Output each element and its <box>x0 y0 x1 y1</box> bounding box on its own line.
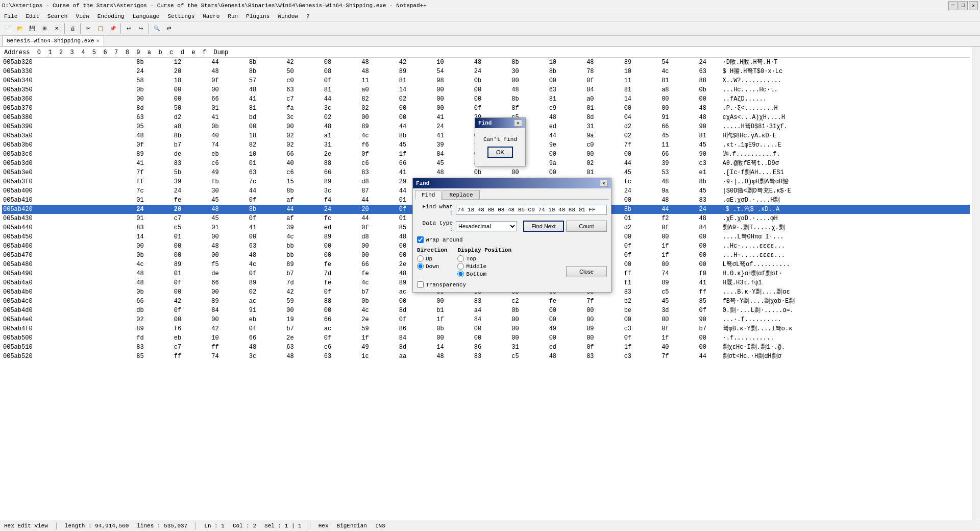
hex-cell[interactable]: 91 <box>647 113 684 122</box>
hex-cell[interactable]: 18 <box>159 76 196 85</box>
hex-cell[interactable]: 04 <box>609 113 646 122</box>
hex-cell[interactable]: c6 <box>272 168 309 177</box>
hex-cell[interactable]: 90 <box>684 150 721 159</box>
hex-cell[interactable]: 59 <box>347 324 384 333</box>
hex-cell[interactable]: 8b <box>234 67 271 76</box>
hex-cell[interactable]: 00 <box>684 94 721 104</box>
hex-cell[interactable]: bd <box>234 113 271 122</box>
hex-cell[interactable]: 83 <box>121 343 159 352</box>
hex-cell[interactable]: af <box>272 214 309 223</box>
hex-cell[interactable]: fe <box>309 260 346 269</box>
hex-cell[interactable]: 00 <box>572 333 609 343</box>
hex-cell[interactable]: 39 <box>272 223 309 232</box>
hex-cell[interactable]: 83 <box>347 168 384 177</box>
hex-cell[interactable]: 66 <box>347 260 384 269</box>
hex-cell[interactable]: 1f <box>422 315 459 324</box>
hex-cell[interactable]: b7 <box>347 287 384 297</box>
menu-run[interactable]: Run <box>226 13 240 20</box>
hex-cell[interactable]: 8b <box>234 58 271 67</box>
hex-cell[interactable]: 48 <box>121 131 159 140</box>
hex-cell[interactable]: 89 <box>572 324 609 333</box>
hex-cell[interactable]: 00 <box>497 76 534 85</box>
hex-cell[interactable]: 9a <box>647 186 684 196</box>
hex-cell[interactable]: 66 <box>121 297 159 306</box>
menu-encoding[interactable]: Encoding <box>95 13 127 20</box>
hex-cell[interactable]: 1f <box>647 333 684 343</box>
hex-cell[interactable]: 48 <box>272 352 309 361</box>
hex-cell[interactable]: 0f <box>309 76 346 85</box>
hex-cell[interactable]: 00 <box>159 287 196 297</box>
hex-cell[interactable]: 08 <box>309 58 346 67</box>
hex-cell[interactable]: 66 <box>384 159 421 168</box>
hex-cell[interactable]: 8b <box>534 67 571 76</box>
hex-cell[interactable]: 00 <box>572 150 609 159</box>
hex-cell[interactable]: 3c <box>272 113 309 122</box>
hex-cell[interactable]: 48 <box>347 58 384 67</box>
hex-cell[interactable]: 41 <box>422 131 459 140</box>
hex-cell[interactable]: f6 <box>159 324 196 333</box>
maximize-button[interactable]: □ <box>959 1 968 10</box>
hex-cell[interactable]: 8b <box>609 205 646 214</box>
hex-cell[interactable]: 8b <box>272 186 309 196</box>
hex-cell[interactable]: 41 <box>384 168 421 177</box>
hex-cell[interactable]: 48 <box>234 85 271 94</box>
hex-cell[interactable]: 00 <box>234 122 271 131</box>
hex-cell[interactable]: 8b <box>234 205 271 214</box>
hex-cell[interactable]: fd <box>121 333 159 343</box>
menu-language[interactable]: Language <box>131 13 162 20</box>
hex-cell[interactable]: 44 <box>684 352 721 361</box>
hex-cell[interactable]: b7 <box>159 140 196 150</box>
hex-cell[interactable]: 00 <box>197 85 234 94</box>
hex-cell[interactable]: 4c <box>272 232 309 242</box>
hex-cell[interactable]: 05 <box>121 122 159 131</box>
hex-cell[interactable]: 41 <box>422 113 459 122</box>
hex-cell[interactable]: 00 <box>647 315 684 324</box>
hex-cell[interactable]: 48 <box>121 278 159 287</box>
hex-cell[interactable]: 00 <box>459 333 496 343</box>
hex-cell[interactable]: 0f <box>347 223 384 232</box>
hex-cell[interactable]: 00 <box>121 242 159 251</box>
hex-cell[interactable]: 41 <box>234 94 271 104</box>
hex-cell[interactable]: 01 <box>159 269 196 278</box>
hex-cell[interactable]: 31 <box>572 122 609 131</box>
hex-cell[interactable]: ff <box>609 269 646 278</box>
menu-view[interactable]: View <box>74 13 91 20</box>
hex-cell[interactable]: 30 <box>497 67 534 76</box>
hex-cell[interactable]: fe <box>309 278 346 287</box>
hex-cell[interactable]: e1 <box>684 168 721 177</box>
hex-cell[interactable]: 24 <box>121 205 159 214</box>
hex-cell[interactable]: 24 <box>609 186 646 196</box>
hex-cell[interactable]: 01 <box>572 168 609 177</box>
hex-cell[interactable]: 00 <box>459 85 496 94</box>
hex-cell[interactable]: 50 <box>272 67 309 76</box>
hex-cell[interactable]: fe <box>159 196 196 205</box>
hex-cell[interactable]: 66 <box>197 94 234 104</box>
hex-cell[interactable]: 02 <box>609 131 646 140</box>
hex-cell[interactable]: 11 <box>347 76 384 85</box>
hex-cell[interactable]: 14 <box>609 94 646 104</box>
hex-cell[interactable]: 2e <box>272 333 309 343</box>
hex-cell[interactable]: 66 <box>647 150 684 159</box>
hex-cell[interactable]: 10 <box>197 333 234 343</box>
hex-cell[interactable]: 63 <box>234 168 271 177</box>
hex-cell[interactable]: fe <box>347 269 384 278</box>
hex-cell[interactable]: b7 <box>684 324 721 333</box>
hex-cell[interactable]: 8b <box>684 177 721 186</box>
hex-cell[interactable]: af <box>272 196 309 205</box>
hex-cell[interactable]: 84 <box>572 85 609 94</box>
hex-cell[interactable]: 2e <box>309 150 346 159</box>
hex-cell[interactable]: 66 <box>234 333 271 343</box>
hex-cell[interactable]: de <box>197 269 234 278</box>
hex-cell[interactable]: f6 <box>347 140 384 150</box>
hex-cell[interactable]: 00 <box>309 242 346 251</box>
hex-cell[interactable]: fb <box>197 177 234 186</box>
menu-file[interactable]: File <box>2 13 19 20</box>
hex-cell[interactable]: 00 <box>572 315 609 324</box>
hex-cell[interactable]: 45 <box>197 214 234 223</box>
hex-cell[interactable]: 0f <box>234 196 271 205</box>
hex-cell[interactable]: 63 <box>684 67 721 76</box>
hex-cell[interactable]: 00 <box>609 232 646 242</box>
display-middle-radio[interactable] <box>457 263 464 270</box>
hex-cell[interactable]: 42 <box>384 58 421 67</box>
direction-down-radio[interactable] <box>417 263 424 270</box>
